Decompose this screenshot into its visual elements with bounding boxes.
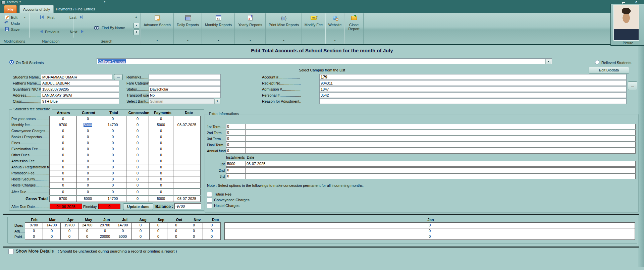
- relieved-students-radio[interactable]: [595, 60, 599, 64]
- fee-cell[interactable]: 0: [149, 128, 173, 134]
- maximize-button[interactable]: [620, 0, 627, 4]
- class-field[interactable]: 9TH Blue: [41, 98, 119, 104]
- tab-file[interactable]: File: [4, 5, 17, 13]
- fee-cell[interactable]: 0: [99, 158, 126, 164]
- fee-cell[interactable]: 0: [76, 189, 99, 195]
- undo-button[interactable]: Undo: [11, 21, 20, 25]
- advance-search-button[interactable]: Advance Search ▾: [140, 13, 174, 44]
- fee-cell[interactable]: 0: [149, 146, 173, 152]
- on-roll-students-radio[interactable]: [9, 60, 14, 64]
- first-button[interactable]: First: [47, 15, 54, 19]
- fee-cell[interactable]: 0: [149, 152, 173, 158]
- installment-date-field[interactable]: [246, 173, 636, 179]
- fee-cell[interactable]: 0: [149, 134, 173, 140]
- fee-cell[interactable]: 0: [76, 182, 99, 188]
- installment-amount-field[interactable]: 0: [226, 167, 246, 173]
- fee-cell[interactable]: 0: [76, 140, 99, 146]
- term-detail-field[interactable]: [246, 124, 636, 129]
- student-name-field[interactable]: MUHAMMAD UMAIR: [41, 74, 112, 80]
- term-detail-field[interactable]: [246, 130, 636, 136]
- address-field[interactable]: LANDAKAY SWAT: [41, 92, 119, 98]
- fee-cell[interactable]: 0: [126, 122, 149, 128]
- fee-cell[interactable]: 0: [99, 176, 126, 182]
- fee-cell[interactable]: 0: [149, 140, 173, 146]
- receipt-number-field[interactable]: 904311: [319, 80, 627, 86]
- status-field[interactable]: Dayscholar: [149, 86, 221, 92]
- fee-cell[interactable]: 0: [49, 116, 77, 122]
- fee-cell[interactable]: 0: [76, 158, 99, 164]
- fee-cell[interactable]: 0: [149, 176, 173, 182]
- fee-cell[interactable]: 0: [76, 176, 99, 182]
- account-browse-button[interactable]: ...: [628, 82, 637, 90]
- admission-number-field[interactable]: 1847: [319, 86, 627, 92]
- installment-amount-field[interactable]: 5000: [226, 161, 246, 167]
- tab-accounts-of-july[interactable]: Accounts of July: [19, 5, 54, 13]
- fee-cell[interactable]: 0: [99, 116, 126, 122]
- fee-cell[interactable]: 0: [49, 182, 77, 188]
- fee-cell[interactable]: 0: [126, 176, 149, 182]
- fee-cell[interactable]: 0: [99, 182, 126, 188]
- fee-cell[interactable]: 0: [76, 170, 99, 176]
- chevron-down-icon[interactable]: ▾: [156, 39, 158, 42]
- update-dues-button[interactable]: Update dues: [123, 203, 153, 210]
- minimize-button[interactable]: [609, 0, 616, 4]
- fee-cell[interactable]: 0: [149, 189, 173, 195]
- edit-button[interactable]: Edit: [11, 15, 17, 19]
- daily-reports-button[interactable]: Daily Reports ▾: [173, 13, 202, 44]
- fee-cell[interactable]: 0: [76, 152, 99, 158]
- fee-cell[interactable]: 0: [126, 116, 149, 122]
- fee-cell[interactable]: 0: [49, 189, 77, 195]
- fee-cell[interactable]: 0: [76, 128, 99, 134]
- fee-cell[interactable]: 0: [99, 164, 126, 170]
- term-amount-field[interactable]: 0: [226, 136, 246, 142]
- student-name-browse-button[interactable]: ...: [114, 74, 123, 80]
- print-misc-reports-button[interactable]: Print Misc Reports ▾: [265, 13, 302, 44]
- fee-cell[interactable]: 0: [149, 170, 173, 176]
- father-name-field[interactable]: ABDUL JABBAR: [41, 80, 119, 86]
- fee-cell[interactable]: 0: [49, 152, 77, 158]
- fee-date-cell[interactable]: [173, 170, 201, 176]
- fee-cell[interactable]: 14700: [99, 122, 126, 128]
- fee-cell[interactable]: 0: [49, 170, 77, 176]
- fee-date-cell[interactable]: [173, 164, 201, 170]
- term-amount-field[interactable]: 0: [226, 142, 246, 148]
- reason-for-adjustment-field[interactable]: [319, 98, 627, 104]
- ribbon-pin-button[interactable]: ⇟: [133, 30, 139, 35]
- campus-combobox[interactable]: College Campus ▼: [97, 58, 552, 64]
- fee-date-cell[interactable]: [173, 134, 201, 140]
- select-bank-dropdown-icon[interactable]: ▼: [214, 99, 220, 104]
- fee-cell[interactable]: 0: [99, 170, 126, 176]
- chevron-down-icon[interactable]: ▾: [250, 39, 251, 42]
- installment-date-field[interactable]: [246, 167, 636, 173]
- fee-cell[interactable]: 0: [49, 146, 77, 152]
- next-button[interactable]: Next: [70, 30, 77, 34]
- transport-user-field[interactable]: No: [149, 92, 221, 98]
- term-detail-field[interactable]: [246, 148, 636, 154]
- fee-cell[interactable]: 0: [99, 128, 126, 134]
- fee-date-cell[interactable]: [173, 140, 201, 146]
- term-detail-field[interactable]: [246, 136, 636, 142]
- fee-cell[interactable]: 0: [126, 164, 149, 170]
- fee-cell[interactable]: 0: [49, 164, 77, 170]
- fee-cell[interactable]: 0: [49, 128, 77, 134]
- select-bank-combobox[interactable]: Suliman: [149, 98, 214, 104]
- fee-date-cell[interactable]: 03-07-2025: [173, 122, 201, 128]
- close-report-button[interactable]: Close Report: [344, 13, 364, 44]
- fare-category-field[interactable]: [149, 80, 221, 86]
- term-amount-field[interactable]: 0: [226, 130, 246, 136]
- themes-caret-icon[interactable]: ▾: [19, 0, 21, 3]
- fine-per-day-field[interactable]: 0: [98, 204, 120, 209]
- fee-cell[interactable]: 0: [149, 164, 173, 170]
- selected-cell-value[interactable]: 5000: [84, 123, 92, 127]
- fee-cell[interactable]: 0: [126, 189, 149, 195]
- fee-cell[interactable]: 0: [126, 146, 149, 152]
- fee-date-cell[interactable]: [173, 182, 201, 188]
- installment-amount-field[interactable]: 0: [226, 173, 246, 179]
- monthly-reports-button[interactable]: Monthly Reports ▾: [202, 13, 235, 44]
- term-detail-field[interactable]: [246, 142, 636, 148]
- fee-cell[interactable]: 0: [126, 152, 149, 158]
- fee-date-cell[interactable]: [173, 176, 201, 182]
- fee-date-cell[interactable]: [173, 189, 201, 195]
- website-button[interactable]: Website ▾: [325, 13, 344, 44]
- fee-cell[interactable]: 0: [49, 134, 77, 140]
